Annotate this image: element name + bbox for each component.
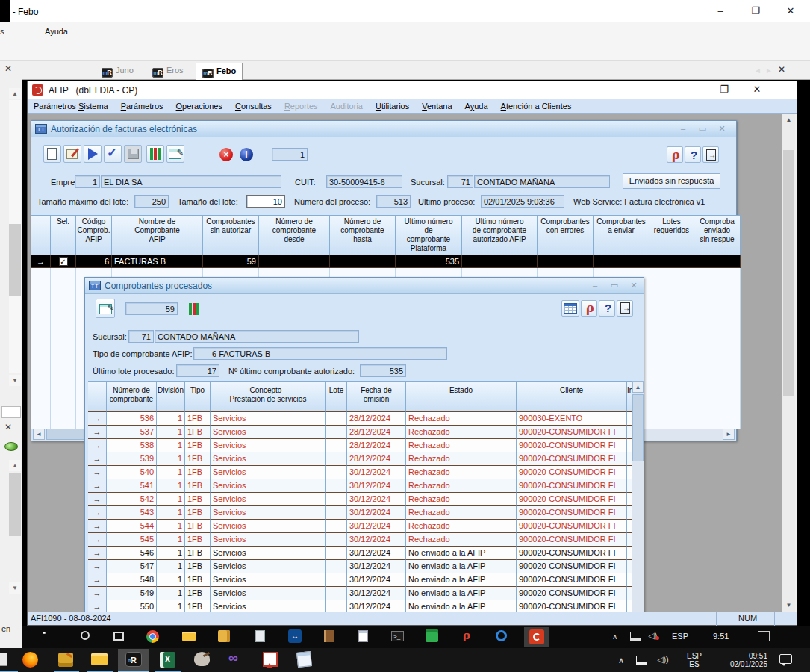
auth-selected-row[interactable]: →✓6FACTURAS B59535 [31,255,741,268]
afip-minimize-button[interactable]: – [679,81,704,98]
invoice-row[interactable]: →54511FBServicios30/12/2024Rechazado9000… [88,533,632,547]
scroll-down-icon[interactable]: ▼ [9,375,21,386]
save-button[interactable] [124,145,142,163]
tab-close-icon[interactable]: ✕ [778,64,785,75]
auth-minimize-button[interactable]: – [675,124,691,134]
excel-icon[interactable]: X [160,652,175,668]
sucursal-name-field[interactable]: CONTADO MAÑANA [474,175,610,188]
invoice-row[interactable]: →53611FBServicios28/12/2024Rechazado9000… [88,412,632,426]
action-center-icon[interactable] [779,654,792,664]
task-view-icon[interactable] [113,632,124,641]
active-app-highlight[interactable] [524,627,549,647]
invoice-row[interactable]: →54711FBServicios30/12/2024No enviado a … [88,560,632,573]
info-button[interactable]: i [237,145,255,163]
proc-columns-button[interactable] [184,299,203,318]
host-volume-icon[interactable]: ◁)) [657,655,669,665]
export-grid-button[interactable] [166,145,184,163]
cancel-button[interactable]: × [216,145,234,163]
tamano-lote-input[interactable]: 10 [246,195,285,208]
proc-minimize-button[interactable]: – [587,281,603,291]
invoice-row[interactable]: →54411FBServicios30/12/2024Rechazado9000… [88,520,632,533]
invoice-row[interactable]: →53911FBServicios28/12/2024Rechazado9000… [88,452,632,466]
file-explorer-icon[interactable] [91,653,108,665]
invoice-row[interactable]: →55011FBServicios30/12/2024No enviado a … [88,600,632,612]
scroll-up-icon[interactable]: ▲ [9,88,21,99]
auth-hscroll-right-icon[interactable]: ► [723,429,735,440]
proc-export-button[interactable] [96,299,115,318]
rdp-clock[interactable]: 9:51 [713,632,729,641]
host-menu-partial[interactable]: s [0,27,4,36]
proc-autorizado-field[interactable]: 535 [360,364,406,377]
menu-consultas[interactable]: Consultas [235,102,272,111]
calendar-app-icon[interactable] [426,629,438,642]
rdp-network-icon[interactable] [630,632,641,641]
invoice-row[interactable]: →54911FBServicios30/12/2024No enviado a … [88,587,632,600]
database-tool-icon[interactable] [218,630,230,642]
invoice-row[interactable]: →54211FBServicios30/12/2024Rechazado9000… [88,493,632,506]
mdi-scroll-thumb[interactable] [783,150,794,396]
host-clock[interactable]: 09:5102/01/2025 [715,652,767,668]
menu-auditoria[interactable]: Auditoria [331,102,363,111]
auth-hscroll-left-icon[interactable]: ◄ [33,429,45,440]
file-explorer-icon[interactable] [182,632,196,641]
mremoteng-taskbar-active[interactable]: Rm [118,649,149,671]
tab-scroll-right-icon[interactable]: ► [765,66,773,75]
menu-reportes[interactable]: Reportes [284,102,318,111]
mdi-vscroll[interactable]: ▲ ▼ [782,114,795,612]
enviados-sin-respuesta-button[interactable]: Enviados sin respuesta [623,173,720,189]
panel-close-icon-2[interactable]: ✕ [4,422,12,432]
afip-p-icon[interactable]: ρ [463,629,470,642]
invoice-row[interactable]: →54811FBServicios30/12/2024No enviado a … [88,573,632,587]
empresa-name-field[interactable]: EL DIA SA [101,175,281,188]
proc-close-button[interactable]: ✕ [626,281,642,291]
notepad-icon[interactable] [358,630,368,642]
tab-eros[interactable]: mREros [146,63,190,80]
host-maximize-button[interactable]: ❐ [743,2,768,20]
auth-close-button[interactable]: ✕ [714,124,730,134]
host-close-button[interactable]: ✕ [778,2,803,20]
tab-juno[interactable]: mRJuno [96,63,140,80]
proc-counter-field[interactable]: 59 [125,302,178,315]
gimp-icon[interactable] [194,652,210,666]
menu-par-metros[interactable]: Parámetros [121,102,163,111]
image-viewer-icon[interactable] [263,652,278,667]
panel-close-icon[interactable]: ✕ [4,63,12,74]
scroll-down-icon-2[interactable]: ▼ [9,582,21,594]
invoice-row[interactable]: →53711FBServicios28/12/2024Rechazado9000… [88,426,632,439]
log-book-icon[interactable] [324,630,334,642]
proc-vscroll-thumb[interactable] [632,394,644,461]
menu-par-metros-sistema[interactable]: Parámetros Sistema [34,102,108,111]
menu-ventana[interactable]: Ventana [422,102,452,111]
sucursal-code-field[interactable]: 71 [447,175,473,188]
menu-utilitarios[interactable]: Utilitarios [376,102,409,111]
menu-operaciones[interactable]: Operaciones [176,102,222,111]
scrollbar-thumb[interactable] [9,224,21,296]
invoice-row[interactable]: →54311FBServicios30/12/2024Rechazado9000… [88,506,632,520]
chrome-icon[interactable] [146,630,159,643]
tools-app-icon[interactable] [58,653,73,667]
invoice-row[interactable]: →54611FBServicios30/12/2024No enviado a … [88,547,632,560]
document-app-icon[interactable] [255,630,265,642]
mdi-scroll-up-icon[interactable]: ▲ [782,114,795,126]
proc-sucursal-name-field[interactable]: CONTADO MAÑANA [155,330,359,343]
search-icon[interactable] [81,631,90,640]
host-language-indicator[interactable]: ESPES [687,652,702,668]
row-checkbox[interactable]: ✓ [59,257,68,266]
invoice-row[interactable]: →53811FBServicios28/12/2024Rechazado9000… [88,439,632,452]
host-menu-ayuda[interactable]: Ayuda [45,27,68,36]
notes-app-icon[interactable] [296,651,312,668]
ultimo-proceso-field[interactable]: 02/01/2025 9:03:36 [481,195,564,208]
confirm-button[interactable]: ✓ [104,145,122,163]
run-button[interactable] [84,145,102,163]
cuit-field[interactable]: 30-50009415-6 [326,175,402,188]
scroll-up-icon-2[interactable]: ▲ [9,460,21,471]
properties-button[interactable] [63,145,81,163]
proc-ultimo-lote-field[interactable]: 17 [176,364,219,377]
proc-sucursal-code-field[interactable]: 71 [128,330,154,343]
exit-button[interactable] [702,146,719,163]
invoice-row[interactable]: →54111FBServicios30/12/2024Rechazado9000… [88,479,632,493]
tamano-max-field[interactable]: 250 [134,195,169,208]
invoice-row[interactable]: →54011FBServicios30/12/2024Rechazado9000… [88,466,632,479]
rdp-tray-chevron-icon[interactable]: ∧ [612,632,617,641]
proc-vscroll-up-icon[interactable]: ▲ [632,381,644,393]
